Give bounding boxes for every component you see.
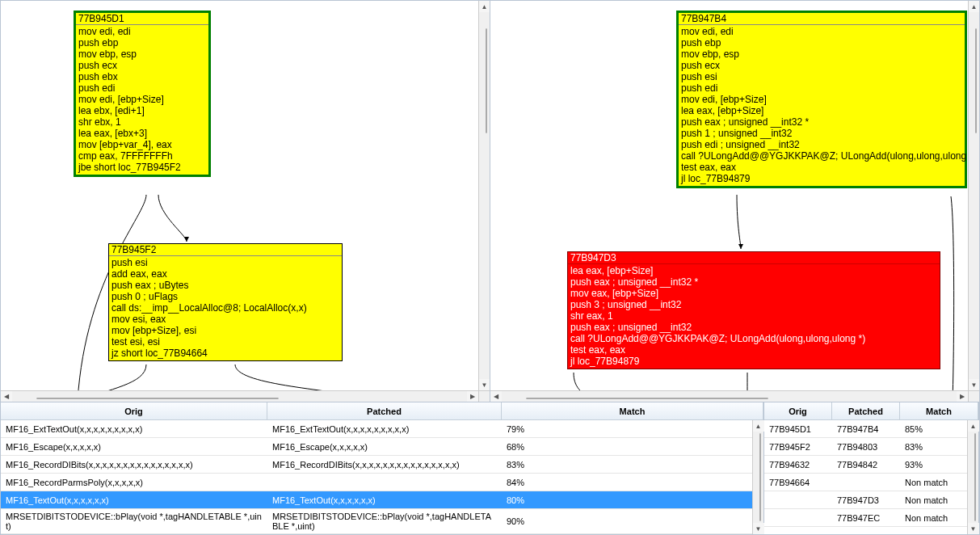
cell-match: 90% bbox=[502, 514, 763, 529]
table-header-row: Orig Patched Match bbox=[1, 402, 763, 420]
bb-address: 77B945F2 bbox=[109, 244, 342, 256]
cell-patched: 77B947EC bbox=[832, 511, 900, 525]
cell-orig: MF16_Escape(x,x,x,x,x) bbox=[1, 440, 267, 454]
table-row[interactable]: MF16_RecordDIBits(x,x,x,x,x,x,x,x,x,x,x,… bbox=[1, 456, 763, 474]
scroll-thumb[interactable] bbox=[759, 433, 761, 521]
cell-patched: MF16_RecordDIBits(x,x,x,x,x,x,x,x,x,x,x,… bbox=[267, 457, 502, 472]
function-match-table[interactable]: Orig Patched Match MF16_ExtTextOut(x,x,x… bbox=[1, 402, 764, 534]
bb-77B945D1[interactable]: 77B945D1 mov edi, edi push ebp mov ebp, … bbox=[74, 11, 211, 177]
cell-match: 68% bbox=[502, 440, 763, 454]
scroll-up-icon[interactable]: ▲ bbox=[479, 1, 490, 12]
vertical-scrollbar[interactable]: ▲ ▼ bbox=[967, 420, 978, 534]
cell-orig: 77B945D1 bbox=[764, 422, 832, 436]
cell-patched: 77B94842 bbox=[832, 457, 900, 472]
col-orig[interactable]: Orig bbox=[764, 402, 832, 419]
cell-match: 83% bbox=[502, 457, 763, 472]
scroll-corner bbox=[968, 390, 979, 402]
scroll-left-icon[interactable]: ◀ bbox=[1, 391, 12, 402]
scroll-up-icon[interactable]: ▲ bbox=[969, 1, 980, 12]
scroll-right-icon[interactable]: ▶ bbox=[467, 391, 478, 402]
col-orig[interactable]: Orig bbox=[1, 402, 267, 419]
vertical-scrollbar[interactable]: ▲ ▼ bbox=[752, 420, 763, 534]
patched-graph-pane[interactable]: 77B947B4 mov edi, edi push ebp mov ebp, … bbox=[490, 1, 979, 402]
cell-patched: MF16_TextOut(x,x,x,x,x,x) bbox=[267, 493, 502, 508]
col-patched[interactable]: Patched bbox=[832, 402, 900, 419]
scroll-thumb[interactable] bbox=[974, 433, 976, 521]
cell-orig: MF16_TextOut(x,x,x,x,x,x) bbox=[1, 493, 267, 508]
bb-77B947D3[interactable]: 77B947D3 lea eax, [ebp+Size] push eax ; … bbox=[567, 251, 940, 369]
block-match-table[interactable]: Orig Patched Match 77B945D177B947B485%77… bbox=[764, 402, 979, 534]
cell-match: 80% bbox=[502, 493, 763, 508]
scroll-down-icon[interactable]: ▼ bbox=[969, 379, 980, 390]
cell-orig bbox=[764, 516, 832, 520]
col-match[interactable]: Match bbox=[502, 402, 763, 419]
patched-graph-canvas[interactable]: 77B947B4 mov edi, edi push ebp mov ebp, … bbox=[490, 1, 968, 390]
cell-patched: MF16_ExtTextOut(x,x,x,x,x,x,x,x,x) bbox=[267, 422, 502, 436]
cell-patched bbox=[832, 480, 900, 485]
scroll-corner bbox=[478, 390, 490, 402]
cell-patched: 77B947D3 bbox=[832, 493, 900, 508]
cell-match: 79% bbox=[502, 422, 763, 436]
table-row[interactable]: MF16_Escape(x,x,x,x,x)MF16_Escape(x,x,x,… bbox=[1, 438, 763, 456]
table-row[interactable]: MF16_TextOut(x,x,x,x,x,x)MF16_TextOut(x,… bbox=[1, 491, 763, 509]
scroll-thumb[interactable] bbox=[36, 398, 279, 399]
vertical-scrollbar[interactable]: ▲ ▼ bbox=[968, 1, 979, 390]
cell-orig: 77B94664 bbox=[764, 475, 832, 490]
cell-orig: MRSETDIBITSTODEVICE::bPlay(void *,tagHAN… bbox=[1, 509, 267, 533]
cell-match: 84% bbox=[502, 475, 763, 490]
cell-patched: MRSETDIBITSTODEVICE::bPlay(void *,tagHAN… bbox=[267, 509, 502, 533]
table-row[interactable]: 77B945D177B947B485% bbox=[764, 420, 978, 438]
scroll-thumb[interactable] bbox=[526, 398, 768, 399]
cell-patched: 77B94803 bbox=[832, 440, 900, 454]
table-body[interactable]: 77B945D177B947B485%77B945F277B9480383%77… bbox=[764, 420, 978, 534]
cell-orig: 77B945F2 bbox=[764, 440, 832, 454]
orig-graph-pane[interactable]: 77B945D1 mov edi, edi push ebp mov ebp, … bbox=[1, 1, 490, 402]
scroll-thumb[interactable] bbox=[486, 28, 487, 133]
cell-orig: MF16_RecordParmsPoly(x,x,x,x,x) bbox=[1, 475, 267, 490]
table-row[interactable]: 77B94664Non match bbox=[764, 474, 978, 491]
table-row[interactable]: 77B947D3Non match bbox=[764, 491, 978, 509]
scroll-left-icon[interactable]: ◀ bbox=[490, 391, 502, 402]
table-row[interactable]: MRSETDIBITSTODEVICE::bPlay(void *,tagHAN… bbox=[1, 509, 763, 534]
cell-patched: 77B947B4 bbox=[832, 422, 900, 436]
scroll-thumb[interactable] bbox=[975, 28, 977, 133]
bb-address: 77B947B4 bbox=[679, 13, 965, 25]
scroll-right-icon[interactable]: ▶ bbox=[957, 391, 968, 402]
bb-77B947B4[interactable]: 77B947B4 mov edi, edi push ebp mov ebp, … bbox=[676, 11, 967, 188]
table-row[interactable]: MF16_ExtTextOut(x,x,x,x,x,x,x,x,x)MF16_E… bbox=[1, 420, 763, 438]
cell-orig: MF16_ExtTextOut(x,x,x,x,x,x,x,x,x) bbox=[1, 422, 267, 436]
table-header-row: Orig Patched Match bbox=[764, 402, 978, 420]
horizontal-scrollbar[interactable]: ◀ ▶ bbox=[490, 390, 968, 402]
cell-patched: MF16_Escape(x,x,x,x,x) bbox=[267, 440, 502, 454]
table-row[interactable]: MF16_RecordParmsPoly(x,x,x,x,x)84% bbox=[1, 474, 763, 491]
table-body[interactable]: MF16_ExtTextOut(x,x,x,x,x,x,x,x,x)MF16_E… bbox=[1, 420, 763, 534]
cell-patched bbox=[267, 480, 502, 485]
cell-orig: MF16_RecordDIBits(x,x,x,x,x,x,x,x,x,x,x,… bbox=[1, 457, 267, 472]
table-row[interactable]: 77B945F277B9480383% bbox=[764, 438, 978, 456]
bb-code: mov edi, edi push ebp mov ebp, esp push … bbox=[679, 25, 965, 186]
bb-77B945F2[interactable]: 77B945F2 push esi add eax, eax push eax … bbox=[108, 243, 343, 361]
col-match[interactable]: Match bbox=[900, 402, 978, 419]
bb-code: push esi add eax, eax push eax ; uBytes … bbox=[109, 256, 342, 360]
bb-code: mov edi, edi push ebp mov ebp, esp push … bbox=[76, 25, 208, 175]
cell-orig bbox=[764, 498, 832, 503]
scroll-down-icon[interactable]: ▼ bbox=[753, 523, 764, 534]
horizontal-scrollbar[interactable]: ◀ ▶ bbox=[1, 390, 478, 402]
cell-orig: 77B94632 bbox=[764, 457, 832, 472]
col-patched[interactable]: Patched bbox=[267, 402, 502, 419]
bb-code: lea eax, [ebp+Size] push eax ; unsigned … bbox=[568, 264, 940, 369]
table-row[interactable]: 77B9463277B9484293% bbox=[764, 456, 978, 474]
scroll-up-icon[interactable]: ▲ bbox=[968, 420, 979, 432]
scroll-up-icon[interactable]: ▲ bbox=[753, 420, 764, 432]
orig-graph-canvas[interactable]: 77B945D1 mov edi, edi push ebp mov ebp, … bbox=[1, 1, 478, 390]
scroll-down-icon[interactable]: ▼ bbox=[968, 523, 979, 534]
table-row[interactable]: 77B947ECNon match bbox=[764, 509, 978, 527]
bb-address: 77B947D3 bbox=[568, 252, 940, 264]
scroll-down-icon[interactable]: ▼ bbox=[479, 379, 490, 390]
bb-address: 77B945D1 bbox=[76, 13, 208, 25]
vertical-scrollbar[interactable]: ▲ ▼ bbox=[478, 1, 490, 390]
